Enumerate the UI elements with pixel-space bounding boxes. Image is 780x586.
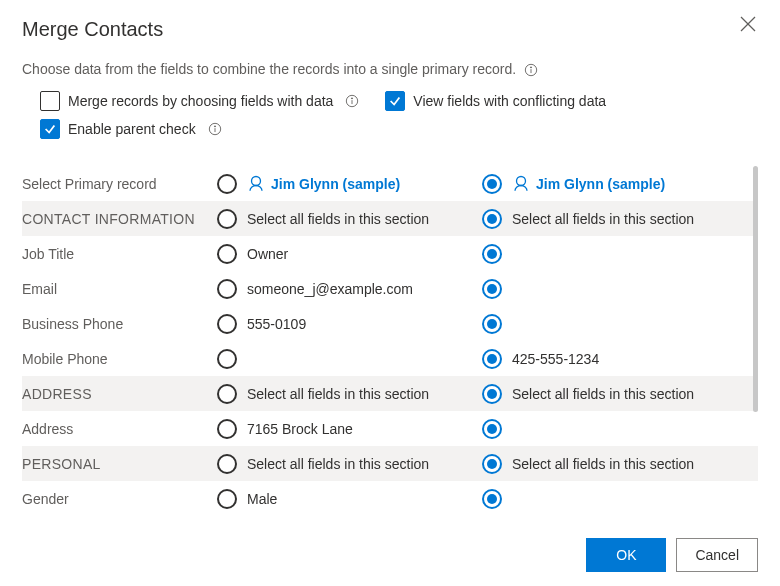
cancel-button[interactable]: Cancel (676, 538, 758, 572)
info-icon[interactable] (208, 122, 222, 136)
field-row: Address 7165 Brock Lane (22, 411, 758, 446)
fields-grid: Select Primary record Jim Glynn (sample)… (22, 166, 758, 516)
checkbox-box (40, 119, 60, 139)
info-icon[interactable] (345, 94, 359, 108)
radio[interactable] (482, 174, 502, 194)
close-button[interactable] (740, 16, 758, 34)
svg-point-3 (531, 67, 532, 68)
checkbox-enable-parent[interactable]: Enable parent check (40, 119, 222, 139)
dialog-subtitle: Choose data from the fields to combine t… (22, 61, 758, 77)
field-label: Mobile Phone (22, 351, 217, 367)
options-row-2: Enable parent check (22, 119, 758, 139)
field-row: Job Title Owner (22, 236, 758, 271)
section-address: ADDRESS Select all fields in this sectio… (22, 376, 758, 411)
checkbox-label: Merge records by choosing fields with da… (68, 93, 333, 109)
field-label: Business Phone (22, 316, 217, 332)
select-primary-row: Select Primary record Jim Glynn (sample)… (22, 166, 758, 201)
radio[interactable] (482, 209, 502, 229)
radio[interactable] (217, 209, 237, 229)
ok-button[interactable]: OK (586, 538, 666, 572)
field-row: Business Phone 555-0109 (22, 306, 758, 341)
radio[interactable] (482, 349, 502, 369)
checkbox-merge-by-fields[interactable]: Merge records by choosing fields with da… (40, 91, 359, 111)
checkbox-box (40, 91, 60, 111)
field-label: Job Title (22, 246, 217, 262)
radio[interactable] (482, 419, 502, 439)
person-icon (512, 175, 530, 193)
radio[interactable] (482, 384, 502, 404)
checkbox-label: View fields with conflicting data (413, 93, 606, 109)
field-value-b: 425-555-1234 (512, 351, 599, 367)
field-value-a: Owner (247, 246, 288, 262)
select-all-a: Select all fields in this section (247, 211, 429, 227)
radio[interactable] (482, 314, 502, 334)
dialog-title: Merge Contacts (22, 18, 758, 41)
radio[interactable] (217, 174, 237, 194)
radio[interactable] (482, 454, 502, 474)
dialog-footer: OK Cancel (586, 538, 758, 572)
field-row: Email someone_j@example.com (22, 271, 758, 306)
info-icon[interactable] (524, 63, 538, 77)
select-primary-label: Select Primary record (22, 176, 217, 192)
section-label: ADDRESS (22, 386, 217, 402)
svg-point-9 (214, 126, 215, 127)
checkbox-box (385, 91, 405, 111)
record-link-b[interactable]: Jim Glynn (sample) (512, 175, 665, 193)
field-value-a: 555-0109 (247, 316, 306, 332)
field-value-a: Male (247, 491, 277, 507)
radio[interactable] (217, 419, 237, 439)
radio[interactable] (217, 454, 237, 474)
radio[interactable] (482, 279, 502, 299)
radio[interactable] (217, 314, 237, 334)
scrollbar-thumb[interactable] (753, 166, 758, 412)
record-link-a[interactable]: Jim Glynn (sample) (247, 175, 400, 193)
section-label: PERSONAL (22, 456, 217, 472)
select-all-a: Select all fields in this section (247, 456, 429, 472)
merge-contacts-dialog: Merge Contacts Choose data from the fiel… (0, 0, 780, 586)
radio[interactable] (217, 349, 237, 369)
select-all-b: Select all fields in this section (512, 211, 694, 227)
options-row-1: Merge records by choosing fields with da… (22, 91, 758, 111)
select-all-a: Select all fields in this section (247, 386, 429, 402)
radio[interactable] (217, 244, 237, 264)
field-value-a: 7165 Brock Lane (247, 421, 353, 437)
radio[interactable] (482, 244, 502, 264)
subtitle-text: Choose data from the fields to combine t… (22, 61, 516, 77)
radio[interactable] (217, 489, 237, 509)
person-icon (247, 175, 265, 193)
field-value-a: someone_j@example.com (247, 281, 413, 297)
select-all-b: Select all fields in this section (512, 386, 694, 402)
field-label: Address (22, 421, 217, 437)
section-personal: PERSONAL Select all fields in this secti… (22, 446, 758, 481)
svg-point-6 (352, 98, 353, 99)
checkbox-view-conflicting[interactable]: View fields with conflicting data (385, 91, 606, 111)
checkbox-label: Enable parent check (68, 121, 196, 137)
section-contact: CONTACT INFORMATION Select all fields in… (22, 201, 758, 236)
scrollbar[interactable] (753, 166, 758, 518)
radio[interactable] (217, 384, 237, 404)
select-all-b: Select all fields in this section (512, 456, 694, 472)
field-row: Mobile Phone 425-555-1234 (22, 341, 758, 376)
close-icon (740, 16, 756, 32)
section-label: CONTACT INFORMATION (22, 211, 217, 227)
field-row: Gender Male (22, 481, 758, 516)
field-label: Gender (22, 491, 217, 507)
radio[interactable] (217, 279, 237, 299)
fields-scroll-area: Select Primary record Jim Glynn (sample)… (22, 166, 758, 518)
radio[interactable] (482, 489, 502, 509)
field-label: Email (22, 281, 217, 297)
